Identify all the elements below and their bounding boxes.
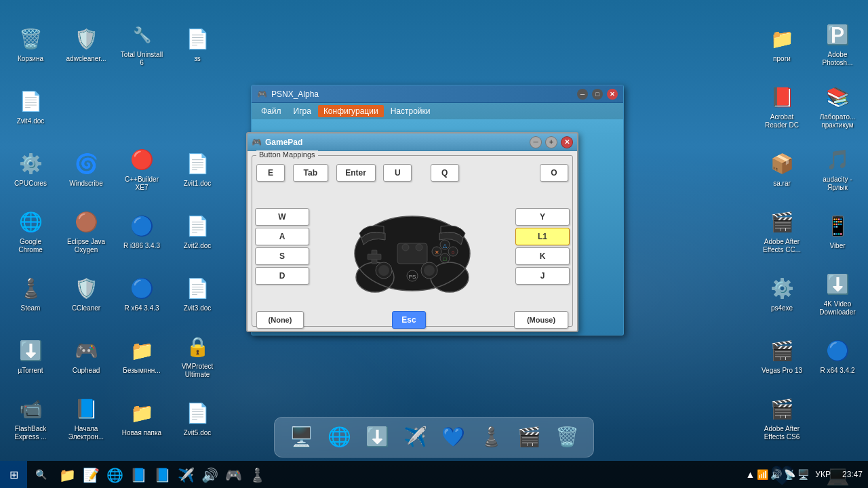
key-s-button[interactable]: S xyxy=(255,247,309,265)
desktop-icon-cpucores[interactable]: ⚙️ CPUCores xyxy=(3,138,58,199)
utorrent-icon: ⬇️ xyxy=(366,428,389,447)
desktop-icon-zvit1[interactable]: 📄 Zvit1.doc xyxy=(170,138,224,199)
taskbar-psnx-icon: 🎮 xyxy=(225,467,242,483)
desktop-icon-aecc[interactable]: 🎬 Adobe After Effects CC... xyxy=(755,201,809,262)
desktop-icon-zvit4[interactable]: 📄 Zvit4.doc xyxy=(3,76,58,137)
dock-utorrent[interactable]: ⬇️ xyxy=(361,421,393,453)
key-d-button[interactable]: D xyxy=(255,267,309,285)
key-e-button[interactable]: E xyxy=(256,164,285,182)
tray-network-icon[interactable]: 📶 xyxy=(757,469,768,480)
desktop-icon-korzina[interactable]: 🗑️ Корзина xyxy=(3,14,58,75)
psnx-menu-settings[interactable]: Настройки xyxy=(385,105,436,117)
dock-telegram[interactable]: ✈️ xyxy=(399,421,431,453)
psnx-maximize-button[interactable]: □ xyxy=(592,89,603,100)
bottom-button-row: (None) Esc (Mouse) xyxy=(255,311,570,329)
desktop-icon-r64[interactable]: 🔵 R x64 3.4.3 xyxy=(115,263,169,324)
desktop-icon-cppbuilder[interactable]: 🔴 C++Builder XE7 xyxy=(115,138,169,199)
dock-explorer[interactable]: 🖥️ xyxy=(285,421,317,453)
key-y-button[interactable]: Y xyxy=(515,208,570,226)
desktop-icon-flashback[interactable]: 📹 FlashBack Express ... xyxy=(3,388,58,449)
desktop-icon-progi[interactable]: 📁 проги xyxy=(755,14,809,75)
dock-chrome[interactable]: 🌐 xyxy=(323,421,355,453)
key-o-button[interactable]: O xyxy=(540,164,568,182)
psnx-menu-game[interactable]: Игра xyxy=(288,105,317,117)
key-j-button[interactable]: J xyxy=(515,267,570,285)
taskbar-app-steam[interactable]: ♟️ xyxy=(245,462,269,487)
dock-skype[interactable]: 💙 xyxy=(437,421,469,453)
desktop-icon-aecs6[interactable]: 🎬 Adobe After Effects CS6 xyxy=(755,388,809,449)
desktop-icon-vmprotect[interactable]: 🔒 VMProtect Ultimate xyxy=(170,325,224,386)
key-mouse-button[interactable]: (Mouse) xyxy=(514,311,568,329)
desktop-icon-photoshop[interactable]: 🅿️ Adobe Photosh... xyxy=(810,14,865,75)
desktop-icon-laborato[interactable]: 📚 Лаборато... практикум xyxy=(810,76,865,137)
desktop-icon-acrobat[interactable]: 📕 Acrobat Reader DC xyxy=(755,76,809,137)
desktop-icon-adwcleaner[interactable]: 🛡️ adwcleaner... xyxy=(59,14,113,75)
tray-monitor-icon[interactable]: 🖥️ xyxy=(797,469,809,480)
gamepad-maximize-button[interactable]: + xyxy=(545,136,557,148)
gamepad-close-button[interactable]: ✕ xyxy=(561,136,573,148)
desktop-icon-bezymyann[interactable]: 📁 Безымянн... xyxy=(115,325,169,386)
dock-video[interactable]: 🎬 xyxy=(513,421,545,453)
key-a-button[interactable]: A xyxy=(255,228,309,245)
desktop-icon-chrome[interactable]: 🌐 Google Chrome xyxy=(3,201,58,262)
tray-language[interactable]: УКР xyxy=(812,470,834,479)
key-enter-button[interactable]: Enter xyxy=(336,164,376,182)
desktop-icon-eclipse[interactable]: 🟤 Eclipse Java Oxygen xyxy=(59,201,113,262)
start-button[interactable]: ⊞ xyxy=(0,461,27,488)
key-esc-button[interactable]: Esc xyxy=(392,311,426,329)
psnx-minimize-button[interactable]: ─ xyxy=(577,89,588,100)
windows-icon: ⊞ xyxy=(9,468,18,481)
svg-text:✕: ✕ xyxy=(435,249,439,256)
key-q-button[interactable]: Q xyxy=(431,164,459,182)
key-none-button[interactable]: (None) xyxy=(256,311,304,329)
desktop-icon-totaluninstall[interactable]: 🔧 Total Uninstall 6 xyxy=(115,14,169,75)
psnx-menu-file[interactable]: Файл xyxy=(256,105,287,117)
desktop-icon-4kvideo[interactable]: ⬇️ 4K Video Downloader xyxy=(810,263,865,324)
desktop-icon-audacity[interactable]: 🎵 audacity - Ярлык xyxy=(810,138,865,199)
desktop-icon-r386[interactable]: 🔵 R i386 3.4.3 xyxy=(115,201,169,262)
desktop-icon-sararar[interactable]: 📦 sa.rar xyxy=(755,138,809,199)
psnx-icon: 🎮 xyxy=(257,89,267,99)
dock-steam[interactable]: ♟️ xyxy=(475,421,507,453)
desktop-icon-vegaspro[interactable]: 🎬 Vegas Pro 13 xyxy=(755,325,809,386)
gamepad-minimize-button[interactable]: ─ xyxy=(530,136,542,148)
taskbar-steam-icon: ♟️ xyxy=(249,467,266,483)
desktop-icon-ccleaner[interactable]: 🛡️ CCleaner xyxy=(59,263,113,324)
dock-trash[interactable]: 🗑️ xyxy=(551,421,583,453)
taskbar-search[interactable]: 🔍 xyxy=(27,461,54,488)
key-w-button[interactable]: W xyxy=(255,208,309,226)
gamepad-window[interactable]: 🎮 GamePad ─ + ✕ Button Mappings E Tab En… xyxy=(246,132,578,332)
taskbar-app-1[interactable]: 📁 xyxy=(56,462,79,487)
tray-expand-icon[interactable]: ▲ xyxy=(745,469,755,480)
key-l1-button[interactable]: L1 xyxy=(515,228,570,245)
desktop-icon-viber[interactable]: 📱 Viber xyxy=(810,201,865,262)
key-tab-button[interactable]: Tab xyxy=(293,164,328,182)
taskbar-app-2[interactable]: 📝 xyxy=(79,462,102,487)
desktop-icon-nachala[interactable]: 📘 Начала Электрон... xyxy=(59,388,113,449)
system-tray: ▲ 📶 🔊 📡 🖥️ УКР 23:47 xyxy=(745,469,868,480)
desktop-icon-zs[interactable]: 📄 зs xyxy=(170,14,224,75)
taskbar-app-5[interactable]: 📘 xyxy=(151,462,174,487)
desktop-icon-utorrent[interactable]: ⬇️ µTorrent xyxy=(3,325,58,386)
taskbar-app-psnx[interactable]: 🎮 xyxy=(222,462,245,487)
desktop-icon-novpapka[interactable]: 📁 Новая папка xyxy=(115,388,169,449)
tray-wifi-icon[interactable]: 📡 xyxy=(784,469,795,480)
psnx-close-button[interactable]: ✕ xyxy=(607,89,618,100)
desktop-icon-zvit3[interactable]: 📄 Zvit3.doc xyxy=(170,263,224,324)
desktop-icon-zvit5[interactable]: 📄 Zvit5.doc xyxy=(170,388,224,449)
svg-point-22 xyxy=(416,244,422,251)
desktop-icon-steam[interactable]: ♟️ Steam xyxy=(3,263,58,324)
desktop-icon-ps4exe[interactable]: ⚙️ ps4exe xyxy=(755,263,809,324)
taskbar-app-7[interactable]: 🔊 xyxy=(198,462,221,487)
desktop-icon-r6442[interactable]: 🔵 R x64 3.4.2 xyxy=(810,325,865,386)
desktop-icon-cuphead[interactable]: 🎮 Cuphead xyxy=(59,325,113,386)
taskbar-app-3[interactable]: 🌐 xyxy=(103,462,126,487)
psnx-menu-config[interactable]: Конфигурации xyxy=(318,105,384,117)
tray-volume-icon[interactable]: 🔊 xyxy=(770,469,782,480)
key-u-button[interactable]: U xyxy=(383,164,412,182)
taskbar-app-4[interactable]: 📘 xyxy=(127,462,150,487)
taskbar-app-6[interactable]: ✈️ xyxy=(174,462,197,487)
key-k-button[interactable]: K xyxy=(515,247,570,265)
desktop-icon-zvit2[interactable]: 📄 Zvit2.doc xyxy=(170,201,224,262)
desktop-icon-windscribe[interactable]: 🌀 Windscribe xyxy=(59,138,113,199)
